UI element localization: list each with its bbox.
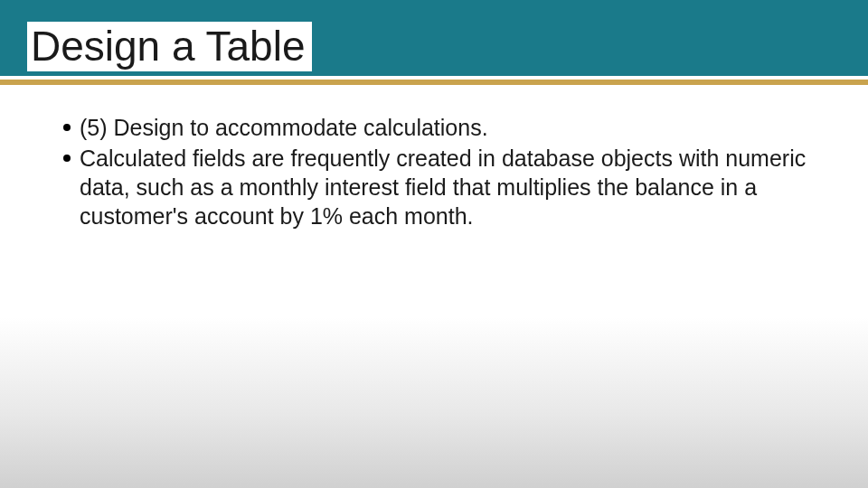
slide-content: (5) Design to accommodate calculations. … bbox=[63, 113, 832, 232]
bullet-item: (5) Design to accommodate calculations. bbox=[63, 113, 832, 142]
bullet-icon bbox=[63, 124, 71, 131]
slide-title: Design a Table bbox=[27, 22, 312, 71]
bullet-icon bbox=[63, 155, 71, 162]
accent-line bbox=[0, 80, 868, 85]
bullet-text: Calculated fields are frequently created… bbox=[80, 144, 832, 230]
bullet-text: (5) Design to accommodate calculations. bbox=[80, 113, 832, 142]
header-bar: Design a Table bbox=[0, 0, 868, 76]
bullet-item: Calculated fields are frequently created… bbox=[63, 144, 832, 230]
